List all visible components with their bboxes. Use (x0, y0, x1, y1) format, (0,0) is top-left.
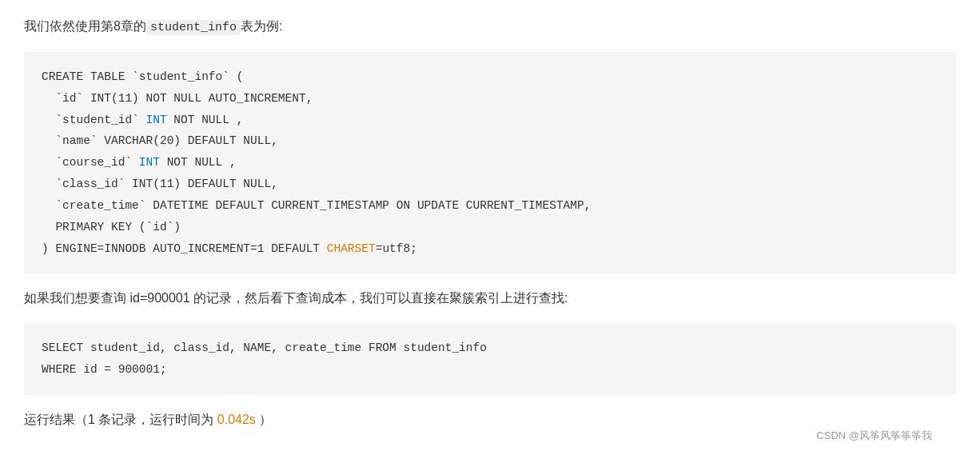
result-text-before: 运行结果（1 条记录，运行时间为 (24, 413, 213, 426)
result-time: 0.042s (217, 413, 256, 426)
charset-keyword: CHARSET (327, 242, 376, 255)
inline-code-student-info: student_info (146, 20, 241, 35)
description-text: 如果我们想要查询 id=900001 的记录，然后看下查询成本，我们可以直接在聚… (24, 291, 568, 305)
intro-text-after: 表为例: (241, 19, 282, 33)
select-code-block: SELECT student_id, class_id, NAME, creat… (24, 323, 956, 395)
create-table-code-block: CREATE TABLE `student_info` ( `id` INT(1… (24, 52, 956, 273)
intro-text-before: 我们依然使用第8章的 (24, 19, 146, 33)
brand-label: CSDN @风筝风筝筝筝我 (816, 429, 932, 443)
result-text-after: ） (259, 413, 272, 426)
description-paragraph: 如果我们想要查询 id=900001 的记录，然后看下查询成本，我们可以直接在聚… (24, 288, 956, 309)
intro-paragraph: 我们依然使用第8章的student_info表为例: (24, 16, 956, 38)
type-keyword-2: INT (139, 156, 160, 169)
type-keyword-1: INT (146, 114, 167, 126)
result-paragraph: 运行结果（1 条记录，运行时间为 0.042s ） (24, 409, 956, 430)
